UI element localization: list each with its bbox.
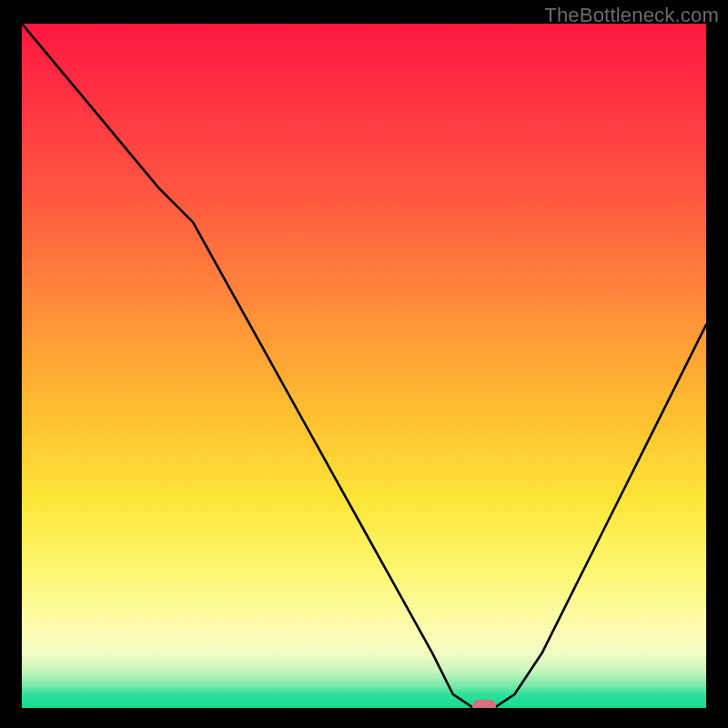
bottleneck-curve bbox=[22, 24, 706, 708]
plot-area bbox=[22, 24, 706, 708]
watermark-text: TheBottleneck.com bbox=[544, 4, 719, 27]
optimum-marker bbox=[472, 700, 496, 708]
chart-frame: TheBottleneck.com bbox=[0, 0, 728, 728]
curve-path bbox=[22, 24, 706, 708]
